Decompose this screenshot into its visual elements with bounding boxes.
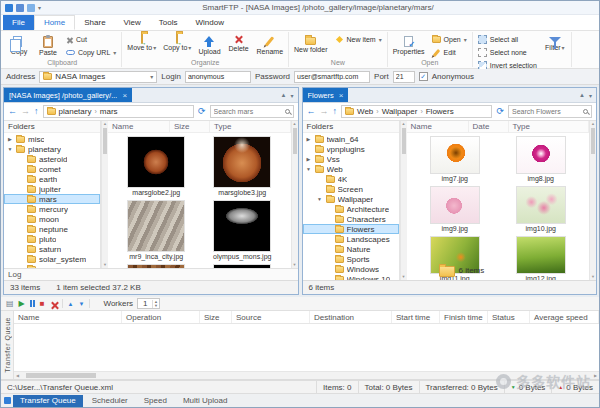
remove-button[interactable] [50, 301, 57, 308]
column-size[interactable]: Size [170, 121, 210, 133]
up-button[interactable]: ↑ [34, 107, 39, 116]
tab-transfer-queue[interactable]: Transfer Queue [13, 395, 83, 407]
filter-button[interactable]: Filter▾ [542, 33, 568, 52]
tree-item-pluto[interactable]: ▶pluto [4, 234, 100, 244]
column-name[interactable]: Name [14, 311, 122, 323]
tree-item-comet[interactable]: ▶comet [4, 164, 100, 174]
open-button[interactable]: Open▾ [430, 34, 469, 45]
pane-menu-icon[interactable]: ▾ [589, 92, 592, 99]
quick-access-icon[interactable] [16, 4, 24, 12]
back-button[interactable]: ← [307, 107, 316, 116]
column-operation[interactable]: Operation [122, 311, 200, 323]
edit-button[interactable]: Edit [430, 47, 469, 58]
delete-button[interactable]: Delete [226, 33, 252, 53]
anonymous-checkbox[interactable]: ✓ [419, 72, 428, 81]
files-scrollbar[interactable]: ▲▼ [291, 121, 298, 268]
tree-item-landscapes[interactable]: ▶Landscapes [303, 234, 399, 244]
tree-item-characters[interactable]: ▶Characters [303, 214, 399, 224]
file-item[interactable] [202, 264, 282, 268]
scrollbar-thumb[interactable] [402, 128, 406, 154]
queue-horizontal-scrollbar[interactable]: ◀ ▶ [14, 371, 599, 379]
column-status[interactable]: Status [488, 311, 530, 323]
tab-view[interactable]: View [115, 15, 150, 30]
tree-item-solar-system[interactable]: ▶solar_system [4, 254, 100, 264]
file-item[interactable] [116, 264, 196, 268]
file-item[interactable]: olympus_mons.jpg [202, 200, 282, 261]
tree-item-asteroid[interactable]: ▶asteroid [4, 154, 100, 164]
expand-icon[interactable]: ▶ [306, 136, 312, 142]
move-to-button[interactable]: →Move to▾ [125, 33, 158, 52]
new-folder-button[interactable]: New folder [292, 33, 329, 54]
tab-multi-upload[interactable]: Multi Upload [176, 395, 234, 407]
tab-tools[interactable]: Tools [150, 15, 187, 30]
close-icon[interactable]: × [122, 91, 127, 100]
file-item[interactable]: img9.jpg [415, 186, 495, 233]
pane-up-icon[interactable]: ▲ [579, 92, 585, 98]
breadcrumb-item[interactable]: Web [357, 107, 373, 116]
up-button[interactable]: ↑ [333, 107, 338, 116]
column-type[interactable]: Type [210, 121, 291, 133]
port-input[interactable] [393, 71, 415, 83]
tab-scheduler[interactable]: Scheduler [85, 395, 135, 407]
copy-to-button[interactable]: →Copy to▾ [161, 33, 193, 52]
tree-scrollbar[interactable]: ▲▼ [101, 121, 108, 268]
file-item[interactable]: img12.jpg [501, 236, 581, 280]
queue-view-icon[interactable]: ▤ [6, 300, 14, 308]
tree-item-screen[interactable]: ▶Screen [303, 184, 399, 194]
move-up-button[interactable]: ▲ [68, 301, 74, 307]
tree-item-windows[interactable]: ▶Windows [303, 264, 399, 274]
file-item[interactable]: marsglobe3.jpg [202, 136, 282, 197]
new-item-button[interactable]: New item▾ [333, 34, 384, 45]
column-destination[interactable]: Destination [310, 311, 392, 323]
workers-stepper[interactable]: 1 ▲▼ [137, 298, 160, 309]
upload-button[interactable]: Upload [196, 33, 222, 56]
forward-button[interactable]: → [320, 107, 329, 116]
tab-window[interactable]: Window [186, 15, 232, 30]
rename-button[interactable]: Rename [255, 33, 285, 56]
select-all-button[interactable]: Select all [476, 34, 539, 45]
tab-speed[interactable]: Speed [137, 395, 174, 407]
tree-item-sports[interactable]: ▶Sports [303, 254, 399, 264]
file-item[interactable]: mr9_inca_city.jpg [116, 200, 196, 261]
expand-icon[interactable]: ▶ [306, 156, 312, 162]
column-source[interactable]: Source [232, 311, 310, 323]
file-item[interactable]: img8.jpg [501, 136, 581, 183]
tree-item-4k[interactable]: ▶4K [303, 174, 399, 184]
column-name[interactable]: Name [407, 121, 469, 133]
search-box[interactable] [508, 105, 592, 118]
scrollbar-thumb[interactable] [591, 128, 595, 154]
tree-item-wallpaper[interactable]: ▼Wallpaper [303, 194, 399, 204]
tree-item-architecture[interactable]: ▶Architecture [303, 204, 399, 214]
select-none-button[interactable]: Select none [476, 47, 539, 58]
collapse-icon[interactable]: ▼ [7, 146, 13, 152]
copy-url-button[interactable]: Copy URL▾ [64, 47, 118, 58]
remote-tab[interactable]: [NASA Images] /photo_gallery/... × [4, 88, 132, 102]
collapse-icon[interactable]: ▼ [317, 196, 323, 202]
breadcrumb-item[interactable]: mars [100, 107, 118, 116]
files-scrollbar[interactable]: ▲▼ [589, 121, 596, 280]
tab-share[interactable]: Share [75, 15, 114, 30]
search-box[interactable] [210, 105, 294, 118]
column-date[interactable]: Date [469, 121, 509, 133]
queue-list[interactable] [14, 324, 599, 371]
refresh-icon[interactable]: ⟳ [496, 107, 504, 116]
breadcrumb[interactable]: planetary › mars [43, 105, 194, 118]
tree-scrollbar[interactable]: ▲▼ [400, 121, 407, 280]
quick-access-icon[interactable] [27, 4, 35, 12]
back-button[interactable]: ← [8, 107, 17, 116]
breadcrumb-item[interactable]: Wallpaper [382, 107, 418, 116]
column-start-time[interactable]: Start time [392, 311, 440, 323]
search-input[interactable] [214, 108, 283, 115]
pane-menu-icon[interactable]: ▾ [290, 92, 293, 99]
tree-item-jupiter[interactable]: ▶jupiter [4, 184, 100, 194]
file-item[interactable]: img7.jpg [415, 136, 495, 183]
tree-item-earth[interactable]: ▶earth [4, 174, 100, 184]
paste-button[interactable]: Paste [35, 33, 61, 57]
scrollbar-thumb[interactable] [293, 128, 297, 154]
file-item[interactable]: marsglobe2.jpg [116, 136, 196, 197]
pause-button[interactable] [30, 300, 35, 307]
tree-item-misc[interactable]: ▶misc [4, 134, 100, 144]
tab-file[interactable]: File [3, 15, 34, 30]
stop-button[interactable]: ■ [40, 300, 45, 308]
tree-item-planetary[interactable]: ▼planetary [4, 144, 100, 154]
